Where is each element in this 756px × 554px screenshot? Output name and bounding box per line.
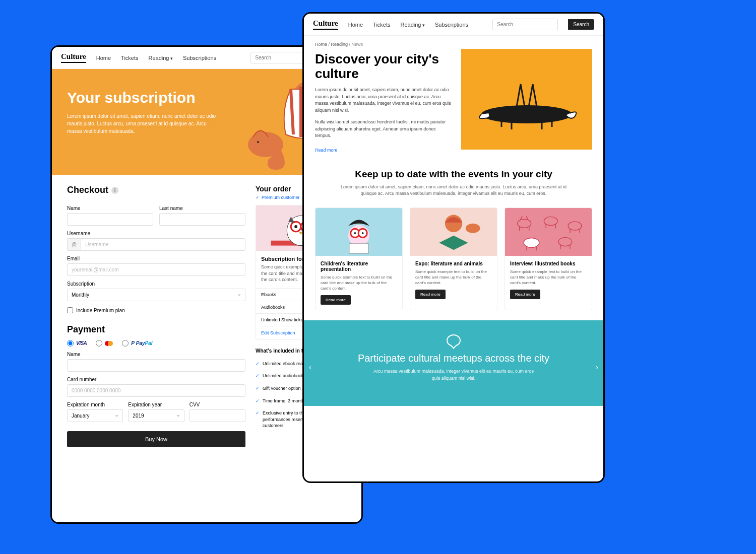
event-card: Interview: Illustrated books Some quick … — [505, 207, 592, 311]
card-body: Some quick example text to build on the … — [321, 274, 397, 292]
cardname-field[interactable] — [67, 359, 245, 372]
card-body: Some quick example text to build on the … — [510, 269, 587, 286]
pay-paypal[interactable]: P PayPal — [122, 340, 152, 347]
carousel-prev-button[interactable]: ‹ — [309, 363, 311, 371]
name-field[interactable] — [67, 213, 153, 226]
pay-visa[interactable]: VISA — [67, 340, 87, 347]
discover-window: Culture Home Tickets Reading Subscriptio… — [302, 12, 605, 483]
svg-point-8 — [294, 225, 297, 228]
svg-point-2 — [257, 141, 259, 143]
breadcrumb-current: News — [352, 42, 363, 47]
pay-mastercard[interactable] — [96, 340, 113, 347]
label-username: Username — [67, 231, 245, 236]
label-expmonth: Expiration month — [67, 402, 123, 407]
nav-tickets[interactable]: Tickets — [121, 55, 138, 61]
label-cardname: Name — [67, 352, 245, 357]
nav-subscriptions[interactable]: Subscriptions — [183, 55, 216, 61]
card-title: Interview: Illustrated books — [510, 261, 587, 266]
nav-home[interactable]: Home — [348, 22, 363, 28]
subscription-select[interactable]: Monthly — [67, 289, 245, 301]
label-cardnumber: Card number — [67, 377, 245, 382]
buy-now-button[interactable]: Buy Now — [67, 431, 245, 447]
svg-rect-26 — [505, 209, 592, 255]
speech-icon — [447, 334, 461, 347]
card-illustration — [410, 208, 497, 256]
mastercard-icon — [105, 341, 113, 346]
event-card: Expo: literature and animals Some quick … — [410, 207, 497, 311]
nav-tickets[interactable]: Tickets — [373, 22, 390, 28]
discover-p1: Lorem ipsum dolor sit amet, sapien etiam… — [315, 87, 451, 114]
events-title: Keep up to date with the events in your … — [334, 169, 573, 180]
label-subscription: Subscription — [67, 281, 245, 287]
nav-home[interactable]: Home — [96, 55, 111, 61]
search-button[interactable]: Search — [568, 19, 594, 30]
brand-logo[interactable]: Culture — [313, 19, 338, 30]
search-input[interactable] — [492, 19, 558, 30]
events-body: Lorem ipsum dolor sit amet, sapien etiam… — [334, 184, 573, 197]
card-illustration — [505, 208, 592, 256]
checkout-heading: Checkout i — [67, 185, 245, 195]
breadcrumb-reading[interactable]: Reading — [331, 42, 348, 47]
card-body: Some quick example text to build on the … — [415, 269, 492, 286]
info-icon[interactable]: i — [111, 187, 118, 194]
card-title: Children's literature presentation — [321, 261, 397, 272]
discover-p2: Nulla wisi laoreet suspendisse hendrerit… — [315, 119, 451, 140]
expmonth-select[interactable]: January — [67, 409, 123, 422]
cvv-field[interactable] — [190, 409, 245, 422]
svg-rect-10 — [461, 49, 592, 150]
lastname-field[interactable] — [159, 213, 245, 226]
label-cvv: CVV — [190, 402, 245, 407]
label-email: Email — [67, 256, 245, 261]
brand-logo[interactable]: Culture — [61, 52, 86, 63]
discover-title: Discover your city's culture — [315, 52, 451, 81]
breadcrumb-home[interactable]: Home — [315, 42, 327, 47]
label-lastname: Last name — [159, 205, 245, 211]
username-field[interactable] — [81, 238, 245, 251]
svg-point-20 — [354, 232, 356, 234]
svg-rect-22 — [349, 244, 368, 253]
premium-checkbox[interactable]: Include Premium plan — [67, 307, 245, 313]
label-expyear: Expiration year — [128, 402, 184, 407]
hero-body: Lorem ipsum dolor sit amet, sapien etiam… — [67, 112, 218, 135]
read-more-button[interactable]: Read more — [510, 290, 540, 299]
svg-point-11 — [481, 105, 572, 123]
meetups-banner: ‹ Participate cultural meetups across th… — [304, 320, 603, 406]
cardnumber-field[interactable] — [67, 384, 245, 397]
svg-point-36 — [524, 238, 539, 247]
label-name: Name — [67, 205, 153, 211]
payment-heading: Payment — [67, 324, 245, 335]
nav-reading-dropdown[interactable]: Reading — [149, 55, 173, 61]
card-title: Expo: literature and animals — [415, 261, 492, 266]
svg-point-21 — [362, 232, 364, 234]
card-illustration — [316, 208, 402, 256]
read-more-link[interactable]: Read more — [315, 148, 338, 153]
nav-subscriptions[interactable]: Subscriptions — [435, 22, 468, 28]
expyear-select[interactable]: 2019 — [128, 409, 184, 422]
at-icon: @ — [67, 238, 81, 251]
meetups-body: Arcu massa vestibulum malesuada, integer… — [373, 368, 534, 382]
top-nav: Culture Home Tickets Reading Subscriptio… — [304, 14, 603, 36]
email-field[interactable] — [67, 263, 245, 276]
svg-point-25 — [466, 223, 480, 233]
discover-illustration — [461, 49, 592, 150]
carousel-next-button[interactable]: › — [596, 363, 598, 371]
nav-reading-dropdown[interactable]: Reading — [401, 22, 425, 28]
event-card: Children's literature presentation Some … — [315, 207, 403, 311]
read-more-button[interactable]: Read more — [415, 290, 446, 299]
read-more-button[interactable]: Read more — [321, 295, 351, 305]
meetups-title: Participate cultural meetups across the … — [318, 353, 589, 364]
breadcrumb: Home / Reading / News — [304, 36, 603, 49]
